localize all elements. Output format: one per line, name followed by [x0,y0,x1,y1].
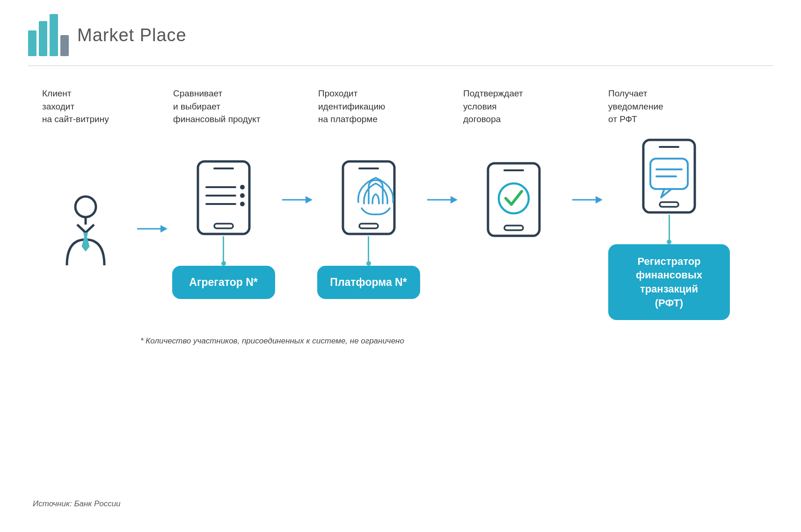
svg-marker-19 [451,196,458,204]
arrow-3-icon [419,193,463,207]
step-label-rft: Получаетуведомлениеот РФТ [608,87,725,126]
connector-4 [669,215,670,240]
logo-icon [28,14,69,56]
connector-1 [223,236,224,262]
bar4-icon [60,35,69,56]
dot-4 [667,240,671,244]
svg-rect-28 [660,202,678,207]
dot-1 [221,261,226,266]
confirm-device [463,161,564,238]
platform-device: Платформа N* [318,159,419,299]
svg-rect-29 [650,159,688,189]
header: Market Place [28,0,773,66]
step-label-platform: Проходитидентификациюна платформе [318,87,419,126]
svg-point-23 [499,183,529,213]
svg-rect-6 [214,224,233,228]
svg-point-10 [240,185,245,189]
person-icon [42,193,129,265]
aggregator-box: Агрегатор N* [172,266,275,299]
svg-marker-14 [306,196,313,204]
arrow-4-icon [564,193,608,207]
svg-point-0 [75,197,96,217]
rft-device: Регистраторфинансовыхтранзакций(РФТ) [608,138,730,321]
footnote: * Количество участников, присоединенных … [140,336,404,346]
svg-rect-22 [504,226,523,230]
platform-box: Платформа N* [317,266,420,299]
svg-marker-25 [596,196,603,204]
svg-rect-17 [359,224,378,228]
source: Источник: Банк России [33,499,121,509]
aggregator-device: Агрегатор N* [173,159,274,299]
logo-text: Market Place [77,25,187,45]
svg-point-11 [240,193,245,198]
step-label-aggregator: Сравниваети выбираетфинансовый продукт [173,87,274,126]
arrow-1-icon [129,222,173,236]
connector-2 [368,236,369,262]
dot-2 [366,261,371,266]
step-label-confirm: Подтверждаетусловиядоговора [463,87,564,126]
svg-marker-3 [160,225,167,233]
page: Market Place Клиентзаходитна сайт-витрин… [0,0,801,532]
bar2-icon [39,21,47,56]
bar3-icon [50,14,58,56]
svg-point-12 [240,202,245,206]
rft-box: Регистраторфинансовыхтранзакций(РФТ) [608,244,730,321]
arrow-2-icon [274,193,318,207]
step-label-client: Клиентзаходитна сайт-витрину [42,87,129,126]
bar1-icon [28,30,36,56]
